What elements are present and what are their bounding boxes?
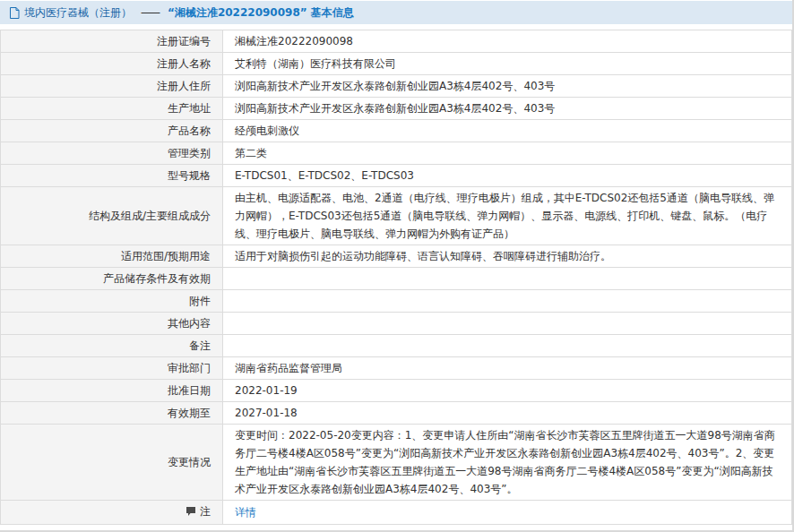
table-row-note: 注 详情	[1, 501, 792, 525]
row-value: 变更时间：2022-05-20变更内容：1、变更申请人住所由“湖南省长沙市芙蓉区…	[223, 425, 792, 501]
details-link[interactable]: 详情	[235, 506, 256, 519]
table-row-approval-date: 批准日期 2022-01-19	[1, 380, 792, 402]
row-value	[223, 290, 792, 313]
page-title-category: 境内医疗器械（注册）	[24, 5, 132, 21]
row-value: 浏阳高新技术产业开发区永泰路创新创业园A3栋4层402号、403号	[223, 75, 792, 98]
table-row-other-content: 其他内容	[1, 313, 792, 335]
row-value	[223, 313, 792, 335]
row-label: 变更情况	[1, 425, 223, 501]
row-label: 附件	[1, 290, 223, 313]
page-title-detail: “湘械注准20222090098” 基本信息	[168, 5, 354, 21]
row-label: 有效期至	[1, 402, 223, 425]
registration-info-table: 注册证编号 湘械注准20222090098 注册人名称 艾利特（湖南）医疗科技有…	[0, 30, 792, 525]
table-row-registrant-address: 注册人住所 浏阳高新技术产业开发区永泰路创新创业园A3栋4层402号、403号	[1, 75, 792, 98]
row-label: 其他内容	[1, 313, 223, 335]
table-row-attachments: 附件	[1, 290, 792, 313]
row-label: 批准日期	[1, 380, 223, 402]
row-value: 由主机、电源适配器、电池、2通道（电疗线、理疗电极片）组成，其中E-TDCS02…	[223, 187, 792, 245]
row-value: 湘械注准20222090098	[223, 30, 792, 53]
row-label: 结构及组成/主要组成成分	[1, 187, 223, 245]
row-value: 经颅电刺激仪	[223, 120, 792, 142]
row-label: 管理类别	[1, 142, 223, 165]
row-value	[223, 268, 792, 290]
row-value: 适用于对脑损伤引起的运动功能障碍、语言认知障碍、吞咽障碍进行辅助治疗。	[223, 245, 792, 268]
row-label: 型号规格	[1, 165, 223, 187]
registration-detail-page: 境内医疗器械（注册） —— “湘械注准20222090098” 基本信息 注册证…	[0, 0, 794, 532]
row-value	[223, 335, 792, 357]
row-value: E-TDCS01、E-TDCS02、E-TDCS03	[223, 165, 792, 187]
row-value: 2022-01-19	[223, 380, 792, 402]
table-row-approval-department: 审批部门 湖南省药品监督管理局	[1, 357, 792, 380]
table-row-registrant-name: 注册人名称 艾利特（湖南）医疗科技有限公司	[1, 53, 792, 75]
row-label: 产品名称	[1, 120, 223, 142]
row-label-text: 注	[200, 502, 211, 520]
document-icon	[9, 7, 20, 19]
table-row-intended-use: 适用范围/预期用途 适用于对脑损伤引起的运动功能障碍、语言认知障碍、吞咽障碍进行…	[1, 245, 792, 268]
row-label: 审批部门	[1, 357, 223, 380]
table-row-production-address: 生产地址 浏阳高新技术产业开发区永泰路创新创业园A3栋4层402号、403号	[1, 98, 792, 120]
table-row-management-category: 管理类别 第二类	[1, 142, 792, 165]
row-label: 注册人住所	[1, 75, 223, 98]
row-label: 注册证编号	[1, 30, 223, 53]
table-row-remarks: 备注	[1, 335, 792, 357]
table-row-storage-conditions: 产品储存条件及有效期	[1, 268, 792, 290]
row-value: 详情	[223, 501, 792, 525]
row-label: 生产地址	[1, 98, 223, 120]
row-value: 湖南省药品监督管理局	[223, 357, 792, 380]
title-separator: ——	[141, 6, 159, 19]
table-row-product-name: 产品名称 经颅电刺激仪	[1, 120, 792, 142]
row-value: 浏阳高新技术产业开发区永泰路创新创业园A3栋4层402号、403号	[223, 98, 792, 120]
row-label: 注	[1, 501, 223, 525]
table-row-structure-composition: 结构及组成/主要组成成分 由主机、电源适配器、电池、2通道（电疗线、理疗电极片）…	[1, 187, 792, 245]
table-row-valid-until: 有效期至 2027-01-18	[1, 402, 792, 425]
row-label: 产品储存条件及有效期	[1, 268, 223, 290]
row-label: 适用范围/预期用途	[1, 245, 223, 268]
table-row-model-spec: 型号规格 E-TDCS01、E-TDCS02、E-TDCS03	[1, 165, 792, 187]
page-header: 境内医疗器械（注册） —— “湘械注准20222090098” 基本信息	[0, 1, 792, 24]
row-value: 艾利特（湖南）医疗科技有限公司	[223, 53, 792, 75]
row-label: 备注	[1, 335, 223, 357]
table-row-registration-number: 注册证编号 湘械注准20222090098	[1, 30, 792, 53]
table-row-change-record: 变更情况 变更时间：2022-05-20变更内容：1、变更申请人住所由“湖南省长…	[1, 425, 792, 501]
row-value: 第二类	[223, 142, 792, 165]
row-label: 注册人名称	[1, 53, 223, 75]
speech-bubble-icon	[186, 506, 196, 517]
row-value: 2027-01-18	[223, 402, 792, 425]
